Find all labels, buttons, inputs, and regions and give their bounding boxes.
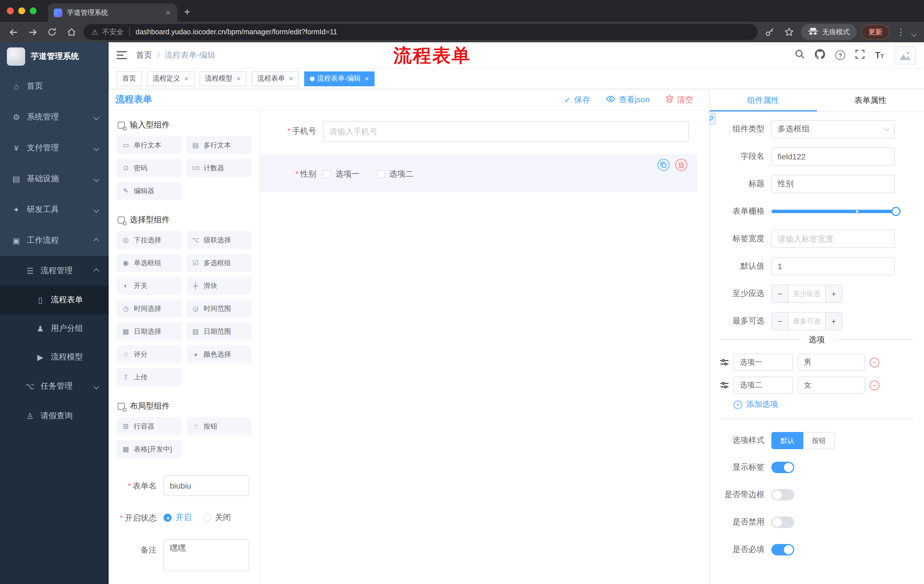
- default-value-input[interactable]: [771, 257, 895, 275]
- palette-item-upload[interactable]: ⇧上传: [117, 368, 182, 386]
- tab-form-props[interactable]: 表单属性: [817, 89, 924, 112]
- sidebar-item-home[interactable]: ⌂ 首页: [0, 71, 109, 102]
- tag-home[interactable]: 首页: [117, 71, 142, 86]
- sidebar-item-workflow[interactable]: ▣ 工作流程: [0, 225, 109, 256]
- fullscreen-icon[interactable]: [855, 49, 865, 61]
- tag-process-form-edit[interactable]: 流程表单-编辑 ×: [304, 71, 375, 86]
- disabled-toggle[interactable]: [771, 517, 794, 528]
- add-option-button[interactable]: + 添加选项: [734, 400, 924, 410]
- max-select-input[interactable]: [789, 313, 825, 330]
- sidebar-item-process-management[interactable]: ☰ 流程管理: [0, 256, 109, 286]
- palette-item-button[interactable]: ☝按钮: [186, 417, 252, 436]
- breadcrumb-home[interactable]: 首页: [136, 50, 152, 60]
- option-label-input[interactable]: [734, 354, 793, 371]
- field-name-input[interactable]: [771, 147, 895, 166]
- tab-close-icon[interactable]: ×: [165, 8, 172, 17]
- option-value-input[interactable]: [798, 354, 865, 371]
- phone-input[interactable]: [323, 121, 689, 142]
- palette-item-table[interactable]: ▩表格[开发中]: [117, 440, 182, 458]
- sidebar-item-process-model[interactable]: ▶ 流程模型: [0, 343, 109, 372]
- key-icon[interactable]: [762, 25, 777, 39]
- sidebar-item-payment[interactable]: ¥ 支付管理: [0, 133, 109, 163]
- palette-item-time-range[interactable]: ◶时间范围: [186, 299, 252, 318]
- palette-item-switch[interactable]: ◐开关: [117, 276, 182, 295]
- checkbox-option-2[interactable]: 选项二: [377, 169, 413, 179]
- user-avatar[interactable]: [894, 46, 916, 64]
- palette-item-editor[interactable]: ✎编辑器: [117, 182, 182, 200]
- sidebar-item-leave-query[interactable]: ♙ 请假查询: [0, 401, 109, 431]
- bookmark-star-icon[interactable]: [782, 25, 797, 39]
- address-bar[interactable]: ⚠ 不安全 dashboard.yudao.iocoder.cn/bpm/man…: [84, 24, 757, 40]
- field-gender-selected[interactable]: *性别 选项一 选项二: [260, 154, 698, 192]
- palette-item-cascader[interactable]: ⌥级联选择: [186, 231, 252, 249]
- update-button[interactable]: 更新: [861, 25, 890, 39]
- search-icon[interactable]: [795, 49, 805, 61]
- minus-icon[interactable]: −: [772, 285, 789, 302]
- forward-icon[interactable]: [25, 25, 40, 39]
- border-toggle[interactable]: [771, 489, 794, 500]
- sidebar-logo[interactable]: 芋道管理系统: [0, 42, 109, 71]
- title-input[interactable]: [771, 175, 895, 193]
- palette-item-select[interactable]: ◎下拉选择: [117, 231, 182, 249]
- clear-button[interactable]: 清空: [665, 94, 693, 105]
- tag-process-form[interactable]: 流程表单 ×: [252, 71, 299, 86]
- checkbox-option-1[interactable]: 选项一: [323, 169, 360, 179]
- window-zoom-button[interactable]: [30, 7, 36, 14]
- palette-item-time-picker[interactable]: ◷时间选择: [117, 299, 182, 318]
- style-button-button[interactable]: 按钮: [804, 432, 835, 449]
- palette-item-date-range[interactable]: ▧日期范围: [186, 322, 252, 341]
- status-off-radio[interactable]: 关闭: [203, 513, 231, 523]
- copy-field-icon[interactable]: [658, 159, 670, 171]
- close-icon[interactable]: ×: [236, 74, 241, 83]
- sidebar-item-process-form[interactable]: ▯ 流程表单: [0, 286, 109, 314]
- palette-item-single-text[interactable]: ▭单行文本: [117, 136, 182, 154]
- font-size-icon[interactable]: TT: [875, 50, 884, 60]
- remove-option-icon[interactable]: −: [870, 380, 879, 390]
- option-value-input[interactable]: [798, 377, 865, 394]
- palette-item-rate[interactable]: ☆评分: [117, 345, 182, 364]
- option-label-input[interactable]: [734, 377, 793, 394]
- sidebar-item-task-management[interactable]: ⌥ 任务管理: [0, 372, 109, 401]
- status-on-radio[interactable]: 开启: [163, 513, 191, 523]
- required-toggle[interactable]: [771, 544, 794, 555]
- palette-item-counter[interactable]: 123计数器: [186, 159, 252, 177]
- home-icon[interactable]: [64, 25, 79, 39]
- label-width-input[interactable]: [771, 230, 895, 248]
- view-json-button[interactable]: 查看json: [606, 94, 650, 105]
- incognito-profile-chip[interactable]: 无痕模式: [801, 24, 856, 40]
- form-remark-textarea[interactable]: 嘿嘿: [163, 540, 249, 571]
- palette-item-date-picker[interactable]: ▦日期选择: [117, 322, 182, 341]
- palette-item-slider[interactable]: ╪滑块: [186, 276, 252, 295]
- help-icon[interactable]: ?: [835, 50, 845, 60]
- form-grid-slider[interactable]: [771, 202, 899, 220]
- checkbox-icon[interactable]: [323, 170, 331, 178]
- window-minimize-button[interactable]: [18, 7, 25, 14]
- palette-item-checkbox-group[interactable]: ☑多选框组: [186, 254, 252, 272]
- link-icon[interactable]: [709, 113, 716, 125]
- window-close-button[interactable]: [7, 7, 14, 14]
- form-name-input[interactable]: [163, 475, 249, 496]
- reload-icon[interactable]: [45, 25, 59, 39]
- sidebar-item-user-group[interactable]: ♟ 用户分组: [0, 314, 109, 343]
- close-icon[interactable]: ×: [184, 74, 188, 83]
- new-tab-button[interactable]: +: [184, 6, 190, 18]
- github-icon[interactable]: [815, 49, 825, 61]
- palette-item-color-picker[interactable]: ◕颜色选择: [186, 345, 252, 364]
- min-select-input[interactable]: [789, 285, 825, 302]
- sidebar-item-infrastructure[interactable]: ▤ 基础设施: [0, 163, 109, 194]
- close-icon[interactable]: ×: [289, 74, 293, 83]
- sidebar-item-devtools[interactable]: ✦ 研发工具: [0, 194, 109, 225]
- browser-tab[interactable]: 芋道管理系统 ×: [48, 3, 177, 22]
- palette-item-multi-text[interactable]: ▤多行文本: [186, 136, 252, 154]
- chevron-down-icon[interactable]: [911, 31, 917, 36]
- form-canvas[interactable]: *手机号: [260, 111, 709, 584]
- delete-field-icon[interactable]: [675, 159, 687, 171]
- checkbox-icon[interactable]: [377, 170, 385, 178]
- tab-component-props[interactable]: 组件属性: [710, 89, 817, 112]
- slider-handle[interactable]: [891, 207, 901, 216]
- field-phone[interactable]: *手机号: [260, 121, 709, 142]
- save-button[interactable]: ✓ 保存: [564, 94, 590, 105]
- sidebar-item-system[interactable]: ⚙ 系统管理: [0, 102, 109, 133]
- component-type-select[interactable]: 多选框组: [771, 120, 895, 138]
- tag-process-definition[interactable]: 流程定义 ×: [147, 71, 194, 86]
